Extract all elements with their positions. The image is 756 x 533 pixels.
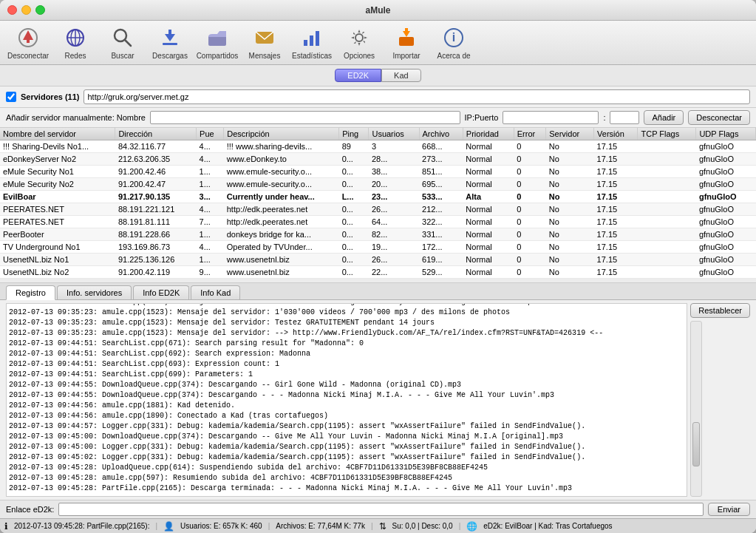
table-row[interactable]: UsenetNL.biz No291.200.42.1199...www.use… — [0, 266, 756, 279]
table-row[interactable]: !!! Sharing-Devils No1...84.32.116.774..… — [0, 140, 756, 153]
table-cell: 17.15 — [594, 203, 638, 216]
table-cell: 3 — [369, 140, 419, 153]
table-cell: gfnuGloO — [696, 203, 756, 216]
log-scroll-thumb[interactable] — [692, 422, 700, 466]
table-cell: 172... — [419, 241, 463, 254]
col-archivos[interactable]: Archivo — [419, 128, 463, 140]
acerca-de-button[interactable]: i Acerca de — [432, 24, 476, 62]
server-table-container: Nombre del servidor Dirección Pue Descri… — [0, 128, 756, 283]
server-name-input[interactable] — [150, 111, 460, 124]
table-cell: Normal — [463, 254, 514, 266]
log-line: 2012-07-13 09:35:23: amule.cpp(1523): Me… — [9, 328, 684, 339]
add-server-button[interactable]: Añadir — [644, 110, 684, 125]
col-prioridad[interactable]: Prioridad — [463, 128, 514, 140]
enlace-input[interactable] — [58, 503, 703, 516]
minimize-button[interactable] — [21, 5, 31, 15]
svg-rect-11 — [168, 30, 171, 37]
svg-rect-15 — [310, 35, 313, 46]
maximize-button[interactable] — [35, 5, 45, 15]
table-cell: TV Underground No1 — [0, 241, 115, 254]
tab-info-kad[interactable]: Info Kad — [191, 285, 240, 299]
table-cell — [638, 140, 696, 153]
ed2k-status-label: eD2k: EvilBoar | Kad: Tras Cortafuegos — [483, 522, 612, 530]
log-area[interactable]: 2012-07-13 09:35:23: amule.cpp(1523): Me… — [6, 303, 687, 497]
mensajes-label: Mensajes — [249, 52, 281, 60]
col-udp[interactable]: UDP Flags — [696, 128, 756, 140]
table-row[interactable]: eMule Security No191.200.42.461...www.em… — [0, 166, 756, 178]
table-cell: 322... — [419, 216, 463, 228]
table-row[interactable]: TV Underground No1193.169.86.734...Opera… — [0, 241, 756, 254]
descargas-button[interactable]: Descargas — [148, 24, 192, 62]
col-descripcion[interactable]: Descripción — [224, 128, 339, 140]
col-usuarios[interactable]: Usuarios — [369, 128, 419, 140]
opciones-button[interactable]: Opciones — [337, 24, 381, 62]
table-cell: No — [546, 228, 594, 241]
ed2k-button[interactable]: ED2K — [335, 69, 381, 82]
tab-info-servidores[interactable]: Info. servidores — [57, 285, 132, 299]
log-line: 2012-07-13 09:44:51: SearchList.cpp(699)… — [9, 370, 684, 380]
table-cell: No — [546, 166, 594, 178]
table-cell: 529... — [419, 266, 463, 279]
desconectar-button[interactable]: Desconectar — [6, 24, 50, 62]
col-nombre[interactable]: Nombre del servidor — [0, 128, 115, 140]
col-version[interactable]: Versión — [594, 128, 638, 140]
buscar-button[interactable]: Buscar — [101, 24, 145, 62]
server-url-input[interactable] — [84, 89, 750, 104]
title-bar: aMule — [0, 0, 756, 21]
col-error[interactable]: Error — [514, 128, 545, 140]
table-cell: 0... — [339, 153, 369, 166]
table-row[interactable]: PeerBooter88.191.228.661...donkeys bridg… — [0, 228, 756, 241]
table-cell: 7... — [197, 216, 224, 228]
table-cell: gfnuGloO — [696, 166, 756, 178]
mensajes-button[interactable]: Mensajes — [242, 24, 287, 62]
table-cell: 17.15 — [594, 254, 638, 266]
table-row[interactable]: PEERATES.NET88.191.81.1117...http://edk.… — [0, 216, 756, 228]
redes-button[interactable]: Redes — [53, 24, 98, 62]
ip-input[interactable] — [503, 111, 599, 124]
estadisticas-button[interactable]: Estadísticas — [290, 24, 334, 62]
port-input[interactable] — [610, 111, 639, 124]
toolbar: Desconectar Redes Buscar — [0, 21, 756, 65]
server-checkbox[interactable] — [6, 92, 16, 102]
log-line: 2012-07-13 09:44:56: amule.cpp(1881): Ka… — [9, 401, 684, 411]
log-line: 2012-07-13 09:44:55: DownloadQueue.cpp(3… — [9, 390, 684, 401]
table-row[interactable]: EvilBoar91.217.90.1353...Currently under… — [0, 191, 756, 203]
table-cell: 0... — [339, 203, 369, 216]
log-line: 2012-07-13 09:44:57: Logger.cpp(331): De… — [9, 421, 684, 432]
col-direccion[interactable]: Dirección — [115, 128, 197, 140]
col-ping[interactable]: Ping — [339, 128, 369, 140]
table-row[interactable]: PEERATES.NET88.191.221.1214...http://edk… — [0, 203, 756, 216]
compartidos-button[interactable]: Compartidos — [195, 24, 239, 62]
table-row[interactable]: eMule Security No291.200.42.471...www.em… — [0, 178, 756, 191]
log-line: 2012-07-13 09:44:55: DownloadQueue.cpp(3… — [9, 380, 684, 390]
table-cell — [638, 178, 696, 191]
tab-registro[interactable]: Registro — [6, 285, 55, 300]
table-cell — [638, 254, 696, 266]
disconnect-server-button[interactable]: Desconectar — [688, 110, 750, 125]
kad-button[interactable]: Kad — [381, 69, 421, 82]
table-row[interactable]: UsenetNL.biz No191.225.136.1261...www.us… — [0, 254, 756, 266]
table-cell — [638, 266, 696, 279]
enlace-label: Enlace eD2k: — [6, 505, 54, 514]
table-cell: Currently under heav... — [224, 191, 339, 203]
col-servidor[interactable]: Servidor — [546, 128, 594, 140]
table-cell: No — [546, 140, 594, 153]
table-cell: 1... — [197, 228, 224, 241]
send-button[interactable]: Enviar — [708, 503, 750, 516]
table-cell: 4... — [197, 153, 224, 166]
table-cell: 4... — [197, 140, 224, 153]
importar-button[interactable]: Importar — [384, 24, 429, 62]
table-cell — [638, 216, 696, 228]
tab-info-ed2k[interactable]: Info ED2K — [133, 285, 189, 299]
bottom-tabs: Registro Info. servidores Info ED2K Info… — [0, 283, 756, 300]
table-cell: 0 — [514, 254, 545, 266]
close-button[interactable] — [7, 5, 17, 15]
col-tcp[interactable]: TCP Flags — [638, 128, 696, 140]
log-scrollbar[interactable] — [690, 321, 702, 497]
restore-button[interactable]: Restablecer — [690, 303, 750, 318]
table-cell: gfnuGloO — [696, 153, 756, 166]
compartidos-label: Compartidos — [197, 52, 239, 60]
enlace-bar: Enlace eD2k: Enviar — [0, 500, 756, 518]
table-row[interactable]: eDonkeyServer No2212.63.206.354...www.eD… — [0, 153, 756, 166]
col-puerto[interactable]: Pue — [197, 128, 224, 140]
